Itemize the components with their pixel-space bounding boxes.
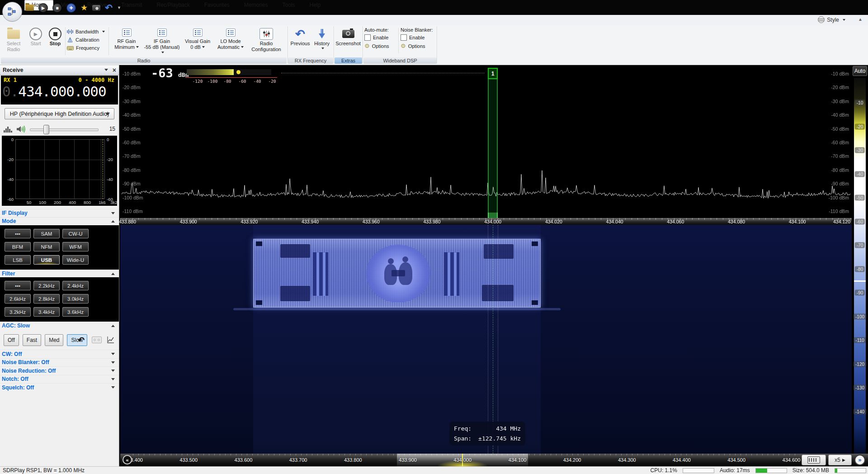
signal-meter-bar xyxy=(187,69,271,75)
visual-gain-button[interactable]: Visual Gain 0 dB xyxy=(182,26,213,56)
scroll-right-button[interactable]: » xyxy=(854,455,865,465)
screenshot-button[interactable]: Screenshot xyxy=(335,26,361,56)
band-navigation-bar[interactable]: 433.400433.500433.600433.700433.800433.9… xyxy=(120,454,868,466)
auto-mute-options[interactable]: ⚙ Options xyxy=(364,42,389,50)
tuning-marker-band[interactable] xyxy=(488,79,498,213)
mode-button-dots[interactable]: ••• xyxy=(5,229,31,238)
mode-button-sam[interactable]: SAM xyxy=(33,229,60,238)
filter-button-2-4khz[interactable]: 2.4kHz xyxy=(62,281,89,290)
filter-button-2-2khz[interactable]: 2.2kHz xyxy=(33,281,60,290)
agc-undo-icon[interactable]: ↶ xyxy=(78,335,85,345)
start-button[interactable]: ▶ Start xyxy=(26,26,45,56)
undo-icon[interactable]: ↶ xyxy=(105,4,113,11)
section-noise-blanker[interactable]: Noise Blanker: Off xyxy=(0,358,119,366)
section-cw[interactable]: CW: Off xyxy=(0,350,119,358)
select-radio-button[interactable]: Select Radio xyxy=(2,26,25,56)
panel-close-icon[interactable]: × xyxy=(113,67,116,73)
section-noise-reduction[interactable]: Noise Reduction: Off xyxy=(0,366,119,374)
auto-mute-enable-checkbox[interactable] xyxy=(364,34,371,41)
tab-rec-playback[interactable]: Rec/Playback xyxy=(150,0,196,10)
agc-chart-icon[interactable] xyxy=(107,336,115,344)
tab-help[interactable]: Help xyxy=(303,0,328,10)
filter-button-2-6khz[interactable]: 2.6kHz xyxy=(5,294,31,303)
filter-button-3-4khz[interactable]: 3.4kHz xyxy=(33,307,60,317)
previous-button[interactable]: ↶ Previous xyxy=(290,26,311,56)
mode-button-nfm[interactable]: NFM xyxy=(33,242,60,251)
camera-icon[interactable] xyxy=(92,5,100,11)
volume-slider-handle[interactable] xyxy=(43,125,49,134)
palette-handle[interactable] xyxy=(854,280,866,282)
filter-button-3-0khz[interactable]: 3.0kHz xyxy=(62,294,89,303)
section-agc[interactable]: AGC: Slow xyxy=(0,322,119,329)
calibration-button[interactable]: Calibration xyxy=(67,36,108,43)
mode-button-wide-u[interactable]: Wide-U xyxy=(62,255,89,265)
noise-blanker-enable-checkbox[interactable] xyxy=(401,34,407,41)
lo-mode-button[interactable]: LO Mode Automatic xyxy=(214,26,247,56)
tuning-marker-flag[interactable]: 1 xyxy=(488,68,498,79)
section-mode[interactable]: Mode xyxy=(0,217,119,225)
auto-mute-enable[interactable]: Enable xyxy=(364,33,388,41)
nav-freq-label: 434.200 xyxy=(563,457,581,463)
mode-button-cw-u[interactable]: CW-U xyxy=(62,229,89,238)
bandwidth-button[interactable]: Bandwidth xyxy=(67,28,108,35)
ribbon-collapse-icon[interactable]: ▲ xyxy=(858,17,863,22)
collapse-icon xyxy=(111,273,115,275)
panel-menu-icon[interactable] xyxy=(104,69,108,71)
history-button[interactable]: History xyxy=(311,26,332,56)
stop-button[interactable]: Stop xyxy=(46,26,64,56)
mode-button-bfm[interactable]: BFM xyxy=(5,242,31,251)
add-icon[interactable]: ✚ xyxy=(66,3,76,13)
mode-button-lsb[interactable]: LSB xyxy=(5,255,31,265)
palette-level-label: -10 xyxy=(855,100,865,106)
receive-panel-header[interactable]: Receive × xyxy=(0,65,119,75)
radio-configuration-button[interactable]: Radio Configuration xyxy=(248,26,285,56)
agc-button-fast[interactable]: Fast xyxy=(23,334,41,346)
mode-button-wfm[interactable]: WFM xyxy=(62,242,89,251)
frequency-button[interactable]: Frequency xyxy=(67,44,108,51)
audio-grid-line xyxy=(44,140,45,199)
frequency-readout[interactable]: 0.434.000.000 xyxy=(2,83,106,100)
filter-button-2-8khz[interactable]: 2.8kHz xyxy=(33,294,60,303)
mode-button-usb[interactable]: USB xyxy=(33,255,60,265)
toolbar-dropdown-icon[interactable]: ▼ xyxy=(117,5,121,10)
image-center-ellipse xyxy=(366,245,430,303)
agc-button-med[interactable]: Med xyxy=(45,334,63,346)
frequency-entry-button[interactable] xyxy=(802,455,826,465)
palette-auto-button[interactable]: Auto xyxy=(853,66,867,76)
equalizer-icon[interactable] xyxy=(4,126,13,133)
noise-blanker-options[interactable]: ⚙ Options xyxy=(401,42,425,50)
filter-button-3-2khz[interactable]: 3.2kHz xyxy=(5,307,31,317)
dbm-label-left: -50 dBm xyxy=(123,126,141,132)
palette-gradient[interactable] xyxy=(854,78,866,454)
favourite-icon[interactable]: ★ xyxy=(80,4,88,12)
dbm-label-left: -40 dBm xyxy=(123,112,141,118)
spectrum-frequency-axis[interactable]: 433.880433.900433.920433.940433.960433.9… xyxy=(120,218,852,225)
volume-slider-track[interactable] xyxy=(30,128,99,131)
open-icon[interactable] xyxy=(25,5,34,11)
spectrum-display[interactable]: -63 dBm -120-100-80-60-40-20 1 -10 dBm-1… xyxy=(120,65,852,225)
audio-device-select[interactable]: HP (Périphérique High Definition Audio) xyxy=(5,108,114,119)
play-icon[interactable]: ▶ xyxy=(38,3,48,13)
if-gain-button[interactable]: IF Gain -55 dB (Manual) xyxy=(143,26,181,56)
section-if-display[interactable]: IF Display xyxy=(0,209,119,217)
section-squelch[interactable]: Squelch: Off xyxy=(0,383,119,391)
filter-button-dots[interactable]: ••• xyxy=(5,281,31,290)
scroll-left-button[interactable]: « xyxy=(123,455,132,465)
agc-button-off[interactable]: Off xyxy=(4,334,19,346)
style-menu[interactable]: Style xyxy=(818,16,845,23)
filter-button-3-6khz[interactable]: 3.6kHz xyxy=(62,307,89,317)
noise-blanker-enable[interactable]: Enable xyxy=(401,33,425,41)
audio-y-label: 0 xyxy=(3,137,14,142)
zoom-button[interactable]: x5 ▶ xyxy=(828,455,852,465)
agc-recorder-icon[interactable] xyxy=(92,337,102,343)
waterfall-display[interactable]: Freq: 434 MHz Span: ±122.745 kHz xyxy=(120,225,852,454)
tab-tools[interactable]: Tools xyxy=(276,0,302,10)
section-notch[interactable]: Notch: Off xyxy=(0,375,119,383)
tab-favourites[interactable]: Favourites xyxy=(198,0,236,10)
stop-icon[interactable]: ■ xyxy=(52,3,62,13)
application-menu-button[interactable] xyxy=(2,2,22,22)
rf-gain-button[interactable]: RF Gain Minimum xyxy=(110,26,143,56)
tab-memories[interactable]: Memories xyxy=(237,0,275,10)
section-filter[interactable]: Filter xyxy=(0,270,119,277)
speaker-icon[interactable] xyxy=(16,125,26,133)
